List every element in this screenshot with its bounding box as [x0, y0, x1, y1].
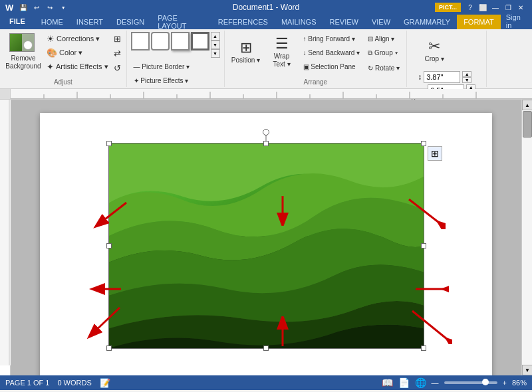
quick-access-toolbar: W 💾 ↩ ↪ ▼	[5, 1, 69, 13]
styles-more[interactable]: ▼	[211, 49, 220, 58]
close-btn[interactable]: ✕	[515, 2, 527, 13]
picture-border-btn[interactable]: — Picture Border ▾	[131, 60, 220, 73]
handle-br[interactable]	[421, 345, 426, 351]
proofing-icon[interactable]: 📝	[100, 378, 110, 388]
handle-mr[interactable]	[421, 243, 426, 248]
svg-line-25	[412, 311, 448, 340]
handle-tl[interactable]	[106, 141, 112, 146]
crop-icon: ✂	[428, 38, 440, 55]
arrow-top-center	[273, 193, 293, 227]
page-canvas: ⊞	[11, 100, 521, 375]
read-mode-btn[interactable]: 📖	[382, 377, 393, 388]
zoom-thumb[interactable]	[482, 379, 489, 385]
ribbon-toggle-btn[interactable]: ⬜	[477, 2, 489, 13]
styles-scroll-up[interactable]: ▲	[211, 32, 220, 41]
title-buttons: PICT... ? ⬜ — ❐ ✕	[435, 2, 527, 13]
group-btn[interactable]: ⧉ Group ▾	[365, 47, 402, 60]
tab-insert[interactable]: INSERT	[70, 15, 110, 29]
arrow-bottom-right	[409, 308, 452, 345]
scroll-track[interactable]	[522, 110, 532, 365]
tab-review[interactable]: REVIEW	[323, 15, 365, 29]
style-thumb-2[interactable]	[151, 32, 170, 50]
zoom-out-btn[interactable]: —	[432, 379, 439, 387]
title-bar: W 💾 ↩ ↪ ▼ Document1 - Word PICT... ? ⬜ —…	[0, 0, 532, 15]
height-up[interactable]: ▲	[462, 71, 471, 77]
arrow-bottom-center	[273, 316, 293, 351]
tab-design[interactable]: DESIGN	[110, 15, 151, 29]
handle-tm[interactable]	[263, 141, 269, 146]
tab-grammarly[interactable]: GRAMMARLY	[397, 15, 457, 29]
picture-effects-btn[interactable]: ✦ Picture Effects ▾	[131, 74, 220, 87]
color-icon: 🎨	[47, 48, 57, 58]
scroll-up-btn[interactable]: ▲	[522, 100, 532, 110]
undo-qa-btn[interactable]: ↩	[31, 1, 43, 13]
wrap-text-btn[interactable]: ☰ WrapText ▾	[265, 32, 299, 72]
rotate-btn[interactable]: ↻ Rotate ▾	[365, 61, 402, 74]
reset-picture-btn[interactable]: ↺	[112, 61, 122, 74]
restore-btn[interactable]: ❐	[502, 2, 514, 13]
height-input[interactable]	[424, 71, 460, 83]
compress-btn[interactable]: ⊞	[112, 32, 122, 45]
svg-rect-0	[11, 89, 532, 99]
qa-dropdown[interactable]: ▼	[57, 1, 69, 13]
crop-btn[interactable]: ✂ Crop ▾	[418, 32, 451, 68]
print-layout-btn[interactable]: 📄	[398, 377, 410, 388]
style-thumb-1[interactable]	[131, 32, 150, 50]
window-title: Document1 - Word	[233, 3, 299, 12]
bring-forward-btn[interactable]: ↑ Bring Forward ▾	[301, 32, 363, 45]
handle-ml[interactable]	[106, 243, 112, 248]
tab-view[interactable]: VIEW	[365, 15, 397, 29]
remove-background-btn[interactable]: RemoveBackground	[4, 32, 43, 72]
zoom-slider[interactable]	[444, 381, 497, 384]
selection-pane-btn[interactable]: ▣ Selection Pane	[301, 60, 363, 73]
send-backward-btn[interactable]: ↓ Send Backward ▾	[301, 46, 363, 59]
tab-row: FILE HOME INSERT DESIGN PAGE LAYOUT REFE…	[0, 15, 532, 29]
minimize-btn[interactable]: —	[489, 2, 501, 13]
styles-scroll-down[interactable]: ▼	[211, 41, 220, 49]
artistic-effects-btn[interactable]: ✦ Artistic Effects ▾	[44, 60, 111, 73]
style-thumb-4[interactable]	[191, 32, 209, 50]
adjust-label: Adjust	[4, 77, 122, 86]
redo-qa-btn[interactable]: ↪	[44, 1, 56, 13]
word-icon: W	[5, 3, 13, 13]
color-btn[interactable]: 🎨 Color ▾	[44, 46, 111, 59]
ruler-svg	[11, 89, 532, 99]
document-page: ⊞	[40, 113, 492, 375]
vertical-scrollbar[interactable]: ▲ ▼	[521, 100, 532, 375]
help-btn[interactable]: ?	[464, 2, 476, 13]
handle-bm[interactable]	[263, 345, 269, 351]
tab-pagelayout[interactable]: PAGE LAYOUT	[151, 15, 211, 29]
layout-options-btn[interactable]: ⊞	[428, 146, 442, 161]
web-layout-btn[interactable]: 🌐	[415, 377, 426, 388]
scroll-down-btn[interactable]: ▼	[522, 365, 532, 375]
corrections-label: Corrections ▾	[57, 35, 100, 43]
hills-svg	[109, 144, 424, 348]
save-qa-btn[interactable]: 💾	[17, 1, 29, 13]
tab-format[interactable]: FORMAT	[457, 15, 501, 29]
sign-in[interactable]: Sign in	[501, 13, 532, 29]
style-thumb-3[interactable]	[171, 32, 190, 50]
change-picture-btn[interactable]: ⇄	[112, 47, 122, 60]
handle-bl[interactable]	[106, 345, 112, 351]
status-bar: PAGE 1 OF 1 0 WORDS 📝 📖 📄 🌐 — + 86%	[0, 375, 532, 390]
remove-background-label: RemoveBackground	[5, 54, 41, 70]
tab-references[interactable]: REFERENCES	[211, 15, 275, 29]
align-btn[interactable]: ⊟ Align ▾	[365, 32, 402, 45]
tab-mailings[interactable]: MAILINGS	[275, 15, 323, 29]
zoom-in-btn[interactable]: +	[503, 379, 507, 387]
zoom-level[interactable]: 86%	[512, 379, 527, 387]
scroll-thumb[interactable]	[523, 111, 532, 138]
svg-line-20	[409, 199, 439, 223]
rotate-handle[interactable]	[263, 129, 269, 136]
crop-label: Crop ▾	[424, 55, 444, 63]
tab-home[interactable]: HOME	[35, 15, 70, 29]
corrections-btn[interactable]: ☀ Corrections ▾	[44, 32, 111, 45]
handle-tr[interactable]	[421, 141, 426, 146]
corrections-icon: ☀	[47, 34, 55, 44]
position-label: Position ▾	[231, 56, 260, 64]
height-down[interactable]: ▼	[462, 77, 471, 83]
position-btn[interactable]: ⊞ Position ▾	[229, 32, 263, 72]
image-container[interactable]: ⊞	[108, 143, 424, 349]
landscape-image	[109, 144, 424, 348]
tab-file[interactable]: FILE	[0, 13, 35, 29]
